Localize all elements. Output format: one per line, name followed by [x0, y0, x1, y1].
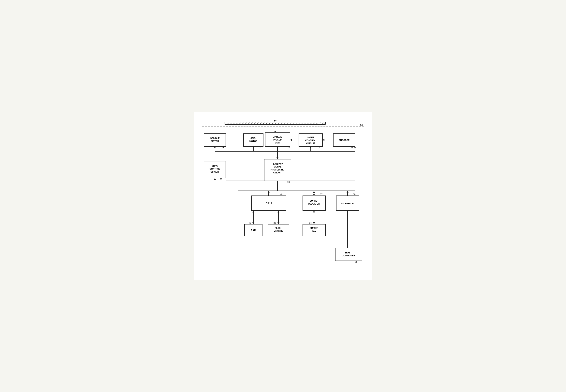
- laser-label-3: CIRCUIT: [306, 142, 315, 144]
- svg-marker-80: [253, 222, 254, 224]
- drive-number: 26: [220, 178, 222, 180]
- svg-marker-71: [268, 194, 269, 196]
- svg-marker-82: [278, 210, 280, 212]
- buffer-mgr-label-1: BUFFER: [310, 200, 318, 202]
- page-container: 15: [194, 112, 372, 280]
- flash-number: 39: [273, 222, 276, 224]
- svg-marker-74: [313, 194, 315, 196]
- playback-number: 28: [287, 181, 290, 183]
- seek-number: 21: [259, 146, 262, 149]
- laser-label-1: LASER: [307, 136, 314, 139]
- svg-marker-76: [346, 191, 348, 193]
- buffer-mgr-label-2: MANAGER: [309, 203, 320, 205]
- ram-number: 41: [249, 222, 251, 224]
- svg-marker-41: [290, 139, 292, 141]
- svg-marker-86: [313, 222, 315, 224]
- drive-label-2: CONTROL: [209, 168, 221, 170]
- buffer-mgr-number: 37: [320, 193, 323, 196]
- spindle-number: 22: [222, 146, 224, 149]
- laser-number: 24: [318, 146, 321, 149]
- svg-text:MOTOR: MOTOR: [250, 140, 257, 142]
- buffer-ram-label-1: BUFFER: [310, 227, 318, 229]
- flash-label-1: FLASH: [275, 227, 282, 229]
- buffer-ram-number: 34: [309, 222, 312, 224]
- system-number: 20: [360, 124, 363, 127]
- svg-marker-56: [354, 146, 356, 148]
- svg-text:~: ~: [353, 261, 355, 263]
- cpu-label: CPU: [266, 201, 272, 205]
- disc-number: 15: [274, 119, 277, 122]
- flash-label-2: MEMORY: [273, 230, 283, 232]
- host-label-1: HOST: [345, 251, 352, 254]
- svg-marker-54: [310, 146, 312, 148]
- playback-label-2: SIGNAL: [273, 166, 282, 168]
- drive-label-1: DRIVE: [211, 165, 218, 167]
- optical-number: 23: [287, 146, 290, 149]
- encoder-number: 25: [351, 146, 353, 149]
- host-number: 90: [355, 261, 357, 263]
- svg-marker-48: [214, 146, 216, 148]
- svg-marker-70: [268, 191, 269, 193]
- spindle-motor-label: SPINDLE: [210, 137, 220, 139]
- svg-marker-59: [277, 157, 279, 159]
- svg-marker-66: [214, 178, 216, 180]
- optical-label-2: PICKUP: [273, 139, 282, 141]
- encoder-label: ENCODER: [339, 139, 349, 141]
- laser-label-2: CONTROL: [305, 139, 316, 141]
- svg-marker-73: [313, 191, 315, 193]
- interface-number: 38: [353, 193, 356, 196]
- playback-label-3: PROCESSING: [270, 168, 284, 171]
- svg-marker-50: [253, 146, 254, 148]
- svg-marker-85: [313, 210, 315, 212]
- drive-label-3: CIRCUIT: [210, 171, 220, 173]
- svg-marker-37: [274, 131, 276, 133]
- optical-label-1: OPTICAL: [273, 136, 283, 138]
- block-diagram: 15: [198, 118, 368, 272]
- svg-marker-79: [253, 210, 254, 212]
- svg-marker-83: [278, 222, 280, 224]
- ram-label: RAM: [251, 229, 256, 232]
- svg-marker-77: [346, 194, 348, 196]
- svg-marker-88: [346, 246, 348, 248]
- playback-label-4: CIRCUIT: [273, 171, 282, 174]
- buffer-ram-label-2: RAM: [312, 230, 316, 232]
- seek-motor-label: SEEK: [251, 137, 256, 139]
- svg-marker-43: [323, 139, 325, 141]
- host-label-2: COMPUTER: [342, 254, 356, 257]
- cpu-number: 40: [280, 193, 283, 196]
- svg-text:MOTOR: MOTOR: [211, 140, 219, 142]
- playback-label-1: PLAYBACK: [272, 163, 283, 165]
- optical-label-3: UNIT: [275, 141, 280, 144]
- interface-label: INTERFACE: [342, 202, 354, 205]
